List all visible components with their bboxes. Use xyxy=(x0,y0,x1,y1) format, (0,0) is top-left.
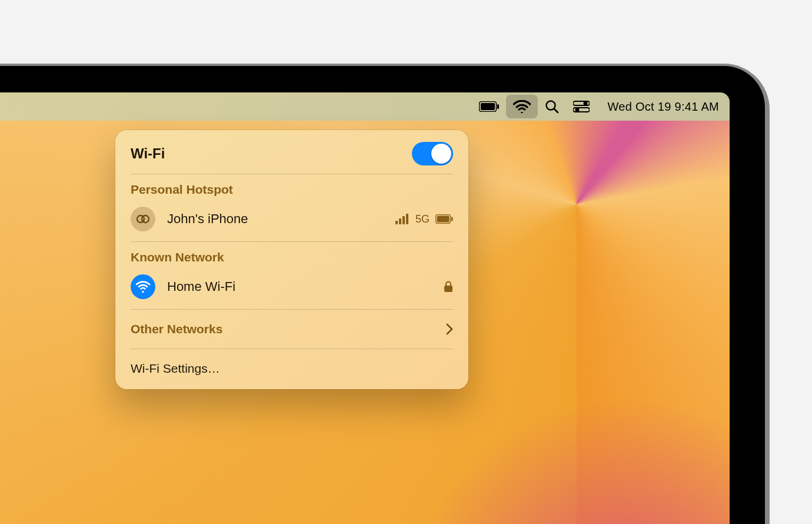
hotspot-name: John's iPhone xyxy=(167,211,384,227)
hotspot-row[interactable]: John's iPhone 5G xyxy=(131,205,453,233)
svg-rect-16 xyxy=(437,216,450,223)
divider xyxy=(131,309,453,310)
menubar-battery[interactable] xyxy=(472,95,506,118)
known-network-indicators xyxy=(444,281,453,293)
svg-rect-2 xyxy=(497,104,499,109)
hotspot-icon xyxy=(131,207,155,231)
svg-rect-14 xyxy=(406,214,408,224)
svg-rect-11 xyxy=(395,221,398,224)
toggle-knob xyxy=(431,144,451,164)
personal-hotspot-label: Personal Hotspot xyxy=(131,183,453,197)
screen: Wed Oct 19 9:41 AM Wi-Fi Personal Hotspo… xyxy=(0,92,730,524)
lock-icon xyxy=(444,281,453,293)
divider xyxy=(131,349,453,349)
other-networks-row[interactable]: Other Networks xyxy=(115,318,468,340)
svg-point-8 xyxy=(575,108,580,112)
device-bezel: Wed Oct 19 9:41 AM Wi-Fi Personal Hotspo… xyxy=(0,66,765,524)
svg-rect-13 xyxy=(402,216,405,224)
control-center-icon xyxy=(573,101,590,112)
wifi-icon xyxy=(513,100,531,113)
wifi-settings-label: Wi-Fi Settings… xyxy=(131,362,220,376)
svg-point-6 xyxy=(584,101,588,105)
battery-icon xyxy=(479,101,499,112)
menubar-control-center[interactable] xyxy=(566,95,597,118)
known-network-label: Known Network xyxy=(131,250,453,264)
known-network-row[interactable]: Home Wi-Fi xyxy=(131,273,453,301)
menubar-wifi[interactable] xyxy=(506,95,538,118)
divider xyxy=(131,174,453,174)
hotspot-indicators: 5G xyxy=(395,213,453,225)
known-network-name: Home Wi-Fi xyxy=(167,279,432,294)
divider xyxy=(131,241,453,242)
battery-icon xyxy=(435,214,453,224)
svg-rect-17 xyxy=(451,217,453,221)
menubar: Wed Oct 19 9:41 AM xyxy=(0,92,730,121)
search-icon xyxy=(545,100,559,114)
cell-type-label: 5G xyxy=(415,213,430,225)
chevron-right-icon xyxy=(446,323,453,335)
wifi-toggle[interactable] xyxy=(412,142,453,165)
menubar-datetime[interactable]: Wed Oct 19 9:41 AM xyxy=(607,100,719,114)
signal-bars-icon xyxy=(395,214,410,224)
svg-point-10 xyxy=(142,215,149,223)
wifi-settings-row[interactable]: Wi-Fi Settings… xyxy=(115,357,468,380)
wifi-popover: Wi-Fi Personal Hotspot John's iPhone xyxy=(115,130,468,389)
svg-rect-18 xyxy=(444,286,452,292)
svg-rect-12 xyxy=(399,218,401,224)
menubar-spotlight[interactable] xyxy=(538,95,566,118)
svg-line-4 xyxy=(554,109,558,112)
wifi-popover-title: Wi-Fi xyxy=(131,145,412,162)
svg-rect-1 xyxy=(481,103,495,110)
other-networks-label: Other Networks xyxy=(131,322,222,336)
wifi-connected-icon xyxy=(131,274,155,299)
